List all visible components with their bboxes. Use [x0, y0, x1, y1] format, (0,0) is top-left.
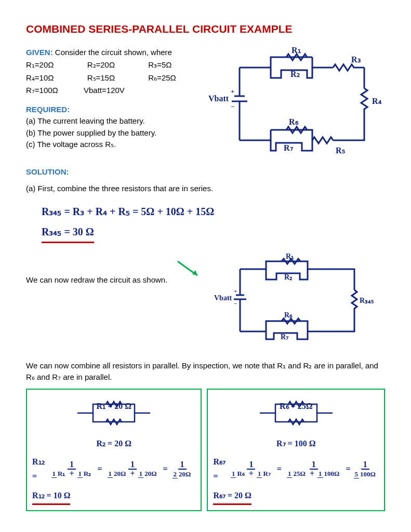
svg-text:Vbatt: Vbatt: [214, 294, 232, 302]
box2-r7-label: R₇ = 100 Ω: [213, 436, 379, 450]
given-r5: R₅=15Ω: [87, 73, 115, 82]
given-intro: Consider the circuit shown, where: [53, 48, 172, 57]
redraw-text: We can now redraw the circuit as shown.: [26, 254, 167, 286]
given-label: GIVEN:: [26, 48, 53, 57]
svg-text:Vbatt: Vbatt: [208, 94, 229, 103]
svg-text:−: −: [234, 300, 237, 307]
svg-text:R₁: R₁: [286, 254, 294, 260]
box2-lhs: R₆₇ =: [213, 455, 226, 483]
parallel-box-r12: R₁ = 20 Ω R₂ = 20 Ω R₁₂ = 1 1R₁ + 1R₂ = …: [26, 389, 202, 511]
svg-text:R₂: R₂: [284, 273, 293, 281]
given-block: GIVEN: Consider the circuit shown, where…: [26, 47, 176, 151]
box1-lhs: R₁₂ =: [32, 455, 46, 483]
svg-text:R₆: R₆: [289, 117, 299, 126]
svg-text:−: −: [231, 103, 234, 111]
page-title: COMBINED SERIES-PARALLEL CIRCUIT EXAMPLE: [26, 21, 385, 37]
svg-text:+: +: [231, 87, 234, 95]
svg-text:R₄: R₄: [372, 97, 382, 105]
given-r2: R₂=20Ω: [87, 60, 115, 69]
solution-a-intro: (a) First, combine the three resistors t…: [26, 183, 385, 195]
circuit-diagram-1: R₁ R₂ R₃ R₄ R₅ R₆ R₇ Vbatt + −: [198, 47, 385, 161]
svg-text:R₇: R₇: [284, 143, 293, 152]
svg-text:R₂: R₂: [290, 70, 300, 78]
equation-r345: R₃₄₅ = R₃ + R₄ + R₅ = 5Ω + 10Ω + 15Ω: [42, 203, 385, 220]
box2-r6-label: R₆ = 25Ω: [213, 399, 379, 413]
svg-text:R₃: R₃: [351, 55, 361, 64]
given-r7: R₇=100Ω: [26, 86, 58, 95]
box1-r2-label: R₂ = 20 Ω: [32, 436, 195, 450]
equation-r345-result: R₃₄₅ = 30 Ω: [42, 223, 94, 243]
given-r1: R₁=20Ω: [26, 60, 54, 69]
circuit-diagram-2: R₁ R₂ R₃₄₅ R₆ R₇ Vbatt + −: [209, 254, 375, 347]
given-r6: R₆=25Ω: [148, 73, 176, 82]
given-vbatt: Vbatt=120V: [84, 86, 125, 95]
required-a: (a) The current leaving the battery.: [26, 115, 176, 127]
parallel-box-r67: R₆ = 25Ω R₇ = 100 Ω R₆₇ = 1 1R₆ + 1R₇ = …: [207, 389, 385, 511]
parallel-intro: We can now combine all resistors in para…: [26, 360, 385, 383]
given-r4: R₄=10Ω: [26, 73, 54, 82]
solution-label: SOLUTION:: [26, 166, 385, 178]
svg-text:R₆: R₆: [284, 311, 293, 319]
required-label: REQUIRED:: [26, 104, 176, 116]
box2-result: R₆₇ = 20 Ω: [213, 488, 251, 505]
svg-text:R₃₄₅: R₃₄₅: [360, 297, 374, 304]
given-r3: R₃=5Ω: [148, 60, 171, 69]
box1-result: R₁₂ = 10 Ω: [32, 488, 70, 505]
box1-r1-label: R₁ = 20 Ω: [32, 399, 195, 413]
arrow-icon: [173, 254, 204, 285]
svg-text:R₇: R₇: [281, 333, 289, 341]
svg-text:R₁: R₁: [291, 47, 301, 55]
required-b: (b) The power supplied by the battery.: [26, 127, 176, 139]
required-c: (c) The voltage across R₅.: [26, 139, 176, 151]
svg-text:+: +: [234, 288, 237, 294]
svg-text:R₅: R₅: [336, 146, 345, 155]
